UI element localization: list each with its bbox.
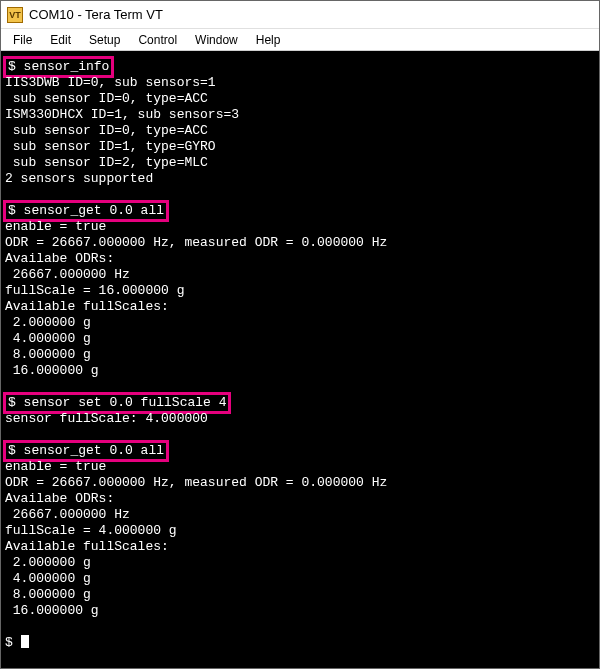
- terminal-output-line: 26667.000000 Hz: [5, 507, 595, 523]
- terminal-output-line: 8.000000 g: [5, 587, 595, 603]
- terminal-output-line: 16.000000 g: [5, 363, 595, 379]
- terminal-area[interactable]: $ sensor_infoIIS3DWB ID=0, sub sensors=1…: [1, 51, 599, 668]
- app-icon-label: VT: [9, 10, 21, 20]
- window-title: COM10 - Tera Term VT: [29, 7, 163, 22]
- terminal-output-line: Availabe ODRs:: [5, 251, 595, 267]
- app-window: VT COM10 - Tera Term VT File Edit Setup …: [0, 0, 600, 669]
- terminal-output-line: sensor fullScale: 4.000000: [5, 411, 595, 427]
- terminal-output-line: sub sensor ID=1, type=GYRO: [5, 139, 595, 155]
- terminal-output-line: 4.000000 g: [5, 331, 595, 347]
- terminal-output-line: fullScale = 4.000000 g: [5, 523, 595, 539]
- terminal-output-line: sub sensor ID=0, type=ACC: [5, 123, 595, 139]
- menu-setup[interactable]: Setup: [81, 31, 128, 49]
- cursor-icon: [21, 635, 29, 648]
- terminal-prompt: $: [5, 635, 595, 651]
- command-prompt-line: $ sensor_get 0.0 all: [5, 443, 595, 459]
- terminal-output-line: 4.000000 g: [5, 571, 595, 587]
- terminal-output-line: Available fullScales:: [5, 539, 595, 555]
- terminal-output-line: 2.000000 g: [5, 315, 595, 331]
- terminal-output-line: 26667.000000 Hz: [5, 267, 595, 283]
- menu-edit[interactable]: Edit: [42, 31, 79, 49]
- terminal-output-line: fullScale = 16.000000 g: [5, 283, 595, 299]
- terminal-output-line: enable = true: [5, 459, 595, 475]
- terminal-output-line: enable = true: [5, 219, 595, 235]
- command-prompt-line: $ sensor set 0.0 fullScale 4: [5, 395, 595, 411]
- app-icon: VT: [7, 7, 23, 23]
- terminal-output-line: ODR = 26667.000000 Hz, measured ODR = 0.…: [5, 235, 595, 251]
- terminal-output-line: Availabe ODRs:: [5, 491, 595, 507]
- terminal-output-line: ODR = 26667.000000 Hz, measured ODR = 0.…: [5, 475, 595, 491]
- menu-window[interactable]: Window: [187, 31, 246, 49]
- command-prompt-line: $ sensor_info: [5, 59, 595, 75]
- terminal-output-line: 2 sensors supported: [5, 171, 595, 187]
- terminal-output-line: sub sensor ID=2, type=MLC: [5, 155, 595, 171]
- terminal-output-line: ISM330DHCX ID=1, sub sensors=3: [5, 107, 595, 123]
- terminal-output-line: IIS3DWB ID=0, sub sensors=1: [5, 75, 595, 91]
- command-prompt-line: $ sensor_get 0.0 all: [5, 203, 595, 219]
- menubar: File Edit Setup Control Window Help: [1, 29, 599, 51]
- terminal-output-line: 8.000000 g: [5, 347, 595, 363]
- titlebar[interactable]: VT COM10 - Tera Term VT: [1, 1, 599, 29]
- terminal-output-line: sub sensor ID=0, type=ACC: [5, 91, 595, 107]
- terminal-output-line: 2.000000 g: [5, 555, 595, 571]
- menu-file[interactable]: File: [5, 31, 40, 49]
- menu-control[interactable]: Control: [130, 31, 185, 49]
- terminal-output-line: Available fullScales:: [5, 299, 595, 315]
- terminal-output-line: [5, 619, 595, 635]
- terminal-output-line: 16.000000 g: [5, 603, 595, 619]
- menu-help[interactable]: Help: [248, 31, 289, 49]
